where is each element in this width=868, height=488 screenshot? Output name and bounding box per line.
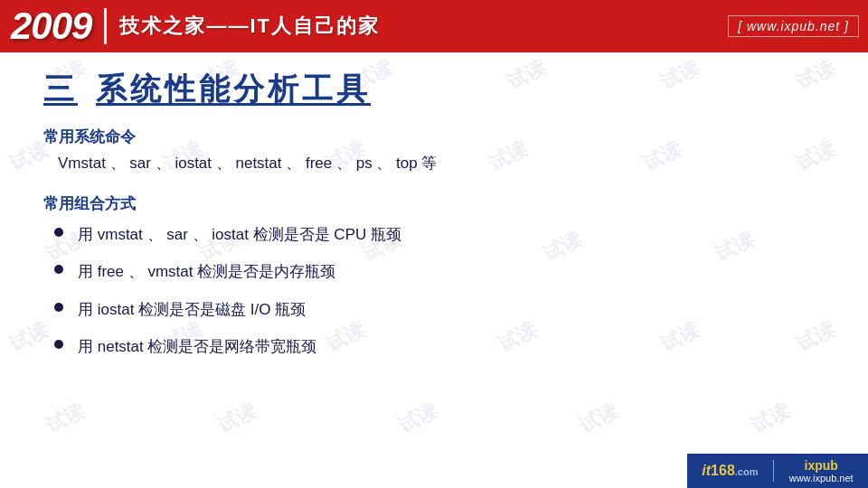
header-slogan: 技术之家——IT人自己的家 xyxy=(119,13,728,40)
watermark-26: 试读 xyxy=(575,398,623,439)
bullet-item-0: 用 vmstat 、 sar 、 iostat 检测是否是 CPU 瓶颈 xyxy=(54,223,825,247)
section1-heading: 常用系统命令 xyxy=(43,127,825,147)
bullet-text: 用 free 、 vmstat 检测是否是内存瓶颈 xyxy=(78,260,335,284)
bullet-dot xyxy=(54,265,63,274)
watermark-23: 试读 xyxy=(42,398,90,439)
bullet-text: 用 vmstat 、 sar 、 iostat 检测是否是 CPU 瓶颈 xyxy=(78,223,401,247)
commands-text: Vmstat 、 sar 、 iostat 、 netstat 、 free 、… xyxy=(58,151,825,177)
bullet-item-3: 用 netstat 检测是否是网络带宽瓶颈 xyxy=(54,335,825,359)
header-divider xyxy=(104,8,107,44)
footer-divider xyxy=(773,460,774,482)
footer: it168.com ixpub www.ixpub.net xyxy=(687,454,868,488)
bullet-list: 用 vmstat 、 sar 、 iostat 检测是否是 CPU 瓶颈用 fr… xyxy=(54,223,825,359)
bullet-dot xyxy=(54,340,63,349)
main-content: 三 系统性能分析工具 常用系统命令 Vmstat 、 sar 、 iostat … xyxy=(0,52,868,386)
title-number: 三 xyxy=(43,69,78,110)
title-text: 系统性能分析工具 xyxy=(96,69,371,110)
bullet-dot xyxy=(54,228,63,237)
watermark-24: 试读 xyxy=(213,398,261,439)
bullet-text: 用 iostat 检测是否是磁盘 I/O 瓶颈 xyxy=(78,298,306,322)
section2-heading: 常用组合方式 xyxy=(43,193,825,214)
bullet-item-1: 用 free 、 vmstat 检测是否是内存瓶颈 xyxy=(54,260,825,284)
page-title: 三 系统性能分析工具 xyxy=(43,69,825,110)
header-bar: 2009 技术之家——IT人自己的家 [ www.ixpub.net ] xyxy=(0,0,868,52)
footer-logo2: ixpub www.ixpub.net xyxy=(789,458,854,483)
footer-logo1: it168.com xyxy=(702,463,758,479)
header-url: [ www.ixpub.net ] xyxy=(728,15,859,37)
bullet-text: 用 netstat 检测是否是网络带宽瓶颈 xyxy=(78,335,316,359)
bullet-item-2: 用 iostat 检测是否是磁盘 I/O 瓶颈 xyxy=(54,298,825,322)
bullet-dot xyxy=(54,303,63,312)
header-year: 2009 xyxy=(0,7,91,45)
watermark-25: 试读 xyxy=(394,398,442,439)
watermark-27: 试读 xyxy=(747,398,795,439)
